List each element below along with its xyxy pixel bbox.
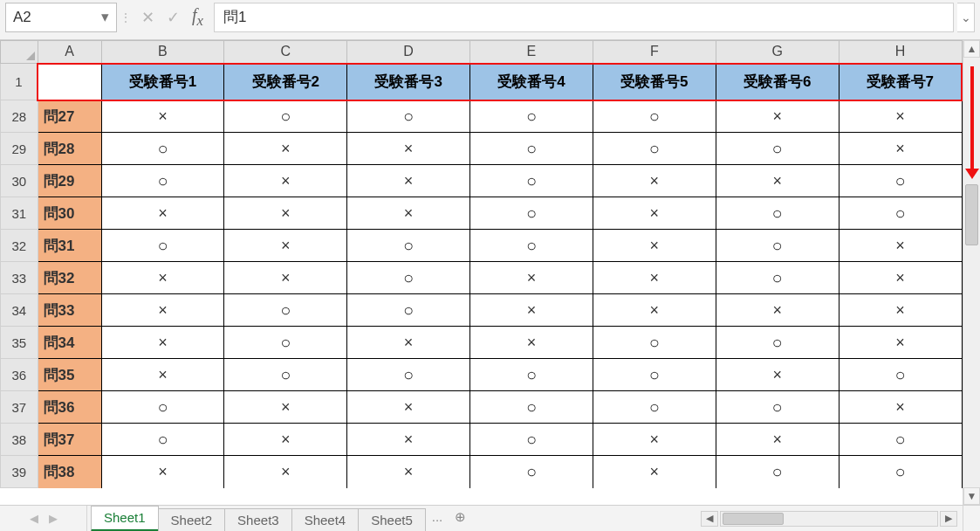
column-label[interactable]: 受験番号3 <box>347 64 470 100</box>
row-header[interactable]: 37 <box>1 391 38 424</box>
column-label[interactable]: 受験番号1 <box>101 64 224 100</box>
formula-input[interactable]: 問1 <box>214 3 954 32</box>
data-cell[interactable]: × <box>224 197 347 230</box>
sheet-tab[interactable]: Sheet5 <box>358 508 426 531</box>
new-sheet-icon[interactable]: ⊕ <box>449 506 471 531</box>
data-cell[interactable]: ○ <box>839 456 962 488</box>
data-cell[interactable]: × <box>593 294 716 327</box>
data-cell[interactable]: × <box>347 424 470 456</box>
data-cell[interactable]: ○ <box>839 197 962 230</box>
data-cell[interactable]: ○ <box>224 294 347 327</box>
data-cell[interactable]: × <box>839 133 962 165</box>
data-cell[interactable]: ○ <box>470 230 593 262</box>
row-header[interactable]: 31 <box>1 197 38 230</box>
hscroll-right-icon[interactable]: ▶ <box>940 511 957 527</box>
row-label-cell[interactable]: 問29 <box>38 165 101 197</box>
row-header[interactable]: 29 <box>1 133 38 165</box>
select-all-cell[interactable] <box>1 41 38 64</box>
data-cell[interactable]: ○ <box>101 165 224 197</box>
data-cell[interactable]: × <box>470 294 593 327</box>
data-cell[interactable]: × <box>839 294 962 327</box>
column-label[interactable]: 受験番号6 <box>716 64 839 100</box>
column-header[interactable]: B <box>101 41 224 64</box>
chevron-down-icon[interactable]: ▾ <box>101 8 109 26</box>
data-cell[interactable]: × <box>224 456 347 488</box>
data-cell[interactable]: ○ <box>347 294 470 327</box>
data-cell[interactable]: × <box>101 327 224 359</box>
data-cell[interactable]: ○ <box>224 359 347 391</box>
data-cell[interactable]: × <box>224 424 347 456</box>
data-cell[interactable]: × <box>593 456 716 488</box>
data-cell[interactable]: ○ <box>347 230 470 262</box>
sheet-tab[interactable]: Sheet3 <box>224 508 292 531</box>
column-header[interactable]: F <box>593 41 716 64</box>
data-cell[interactable]: ○ <box>839 165 962 197</box>
data-cell[interactable]: × <box>347 327 470 359</box>
data-cell[interactable]: ○ <box>839 359 962 391</box>
data-cell[interactable]: × <box>347 391 470 424</box>
scroll-track[interactable] <box>963 58 980 487</box>
data-cell[interactable]: × <box>716 424 839 456</box>
data-cell[interactable]: × <box>839 327 962 359</box>
row-header[interactable]: 30 <box>1 165 38 197</box>
column-label[interactable]: 受験番号2 <box>224 64 347 100</box>
data-cell[interactable]: ○ <box>716 391 839 424</box>
tab-more[interactable]: ... <box>425 506 450 531</box>
row-label-cell[interactable]: 問30 <box>38 197 101 230</box>
row-header[interactable]: 35 <box>1 327 38 359</box>
column-header[interactable]: A <box>38 41 101 64</box>
row-label-cell[interactable]: 問32 <box>38 262 101 294</box>
column-label[interactable]: 受験番号4 <box>470 64 593 100</box>
data-cell[interactable]: ○ <box>347 359 470 391</box>
fx-icon[interactable]: fx <box>192 6 203 29</box>
row-label-cell[interactable]: 問35 <box>38 359 101 391</box>
row-header[interactable]: 38 <box>1 424 38 456</box>
hscroll-track[interactable] <box>720 511 938 527</box>
scroll-down-icon[interactable]: ▼ <box>963 487 980 505</box>
data-cell[interactable]: × <box>224 165 347 197</box>
data-cell[interactable]: ○ <box>593 133 716 165</box>
row-label-cell[interactable]: 問38 <box>38 456 101 488</box>
row-header[interactable]: 33 <box>1 262 38 294</box>
data-cell[interactable]: ○ <box>347 262 470 294</box>
row-header[interactable]: 39 <box>1 456 38 488</box>
data-cell[interactable]: ○ <box>716 327 839 359</box>
data-cell[interactable]: ○ <box>470 165 593 197</box>
data-cell[interactable]: ○ <box>470 456 593 488</box>
data-cell[interactable]: ○ <box>470 391 593 424</box>
data-cell[interactable]: ○ <box>224 100 347 133</box>
data-cell[interactable]: × <box>101 456 224 488</box>
cancel-icon[interactable]: ✕ <box>141 10 154 25</box>
data-cell[interactable]: ○ <box>470 133 593 165</box>
column-label[interactable]: 受験番号5 <box>593 64 716 100</box>
data-cell[interactable]: ○ <box>470 100 593 133</box>
row-label-cell[interactable]: 問28 <box>38 133 101 165</box>
data-cell[interactable]: × <box>839 391 962 424</box>
data-cell[interactable]: ○ <box>716 197 839 230</box>
data-cell[interactable]: ○ <box>716 230 839 262</box>
data-cell[interactable]: × <box>224 230 347 262</box>
data-cell[interactable]: ○ <box>101 230 224 262</box>
scroll-thumb[interactable] <box>965 184 978 245</box>
data-cell[interactable]: × <box>593 262 716 294</box>
row-header[interactable]: 28 <box>1 100 38 133</box>
data-cell[interactable]: ○ <box>101 133 224 165</box>
data-cell[interactable]: × <box>470 262 593 294</box>
data-cell[interactable]: ○ <box>101 424 224 456</box>
row-label-cell[interactable]: 問33 <box>38 294 101 327</box>
tab-next-icon[interactable]: ▶ <box>49 512 58 525</box>
hscroll-thumb[interactable] <box>723 513 784 525</box>
data-cell[interactable]: × <box>347 456 470 488</box>
expand-formula-bar-icon[interactable]: ⌄ <box>957 3 975 32</box>
data-cell[interactable]: × <box>347 197 470 230</box>
data-cell[interactable]: × <box>470 327 593 359</box>
row-header[interactable]: 1 <box>1 64 38 100</box>
data-cell[interactable]: × <box>716 165 839 197</box>
column-header[interactable]: E <box>470 41 593 64</box>
data-cell[interactable]: ○ <box>716 262 839 294</box>
data-cell[interactable]: ○ <box>470 197 593 230</box>
hscroll-left-icon[interactable]: ◀ <box>701 511 718 527</box>
row-header[interactable]: 36 <box>1 359 38 391</box>
data-cell[interactable]: ○ <box>716 456 839 488</box>
row-label-cell[interactable]: 問37 <box>38 424 101 456</box>
